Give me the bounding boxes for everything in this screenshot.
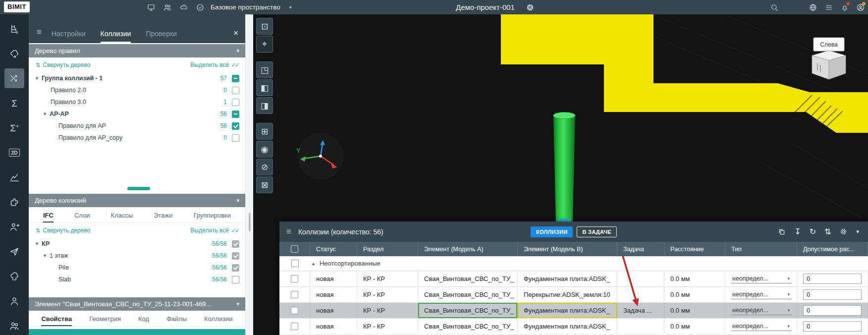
column-header-element-b[interactable]: Элемент (Модель B) — [518, 242, 617, 256]
type-select[interactable]: неопредел...▾ — [731, 322, 792, 331]
row-checkbox[interactable] — [291, 307, 298, 314]
tab-checks[interactable]: Проверки — [146, 30, 176, 43]
splitter-handle[interactable] — [249, 213, 251, 231]
globe-icon[interactable] — [809, 3, 817, 12]
expander-icon[interactable]: ▼ — [35, 241, 42, 246]
type-select[interactable]: неопредел...▾ — [731, 290, 792, 299]
half-section-icon[interactable]: ◨ — [256, 97, 273, 114]
group-checkbox[interactable] — [291, 260, 299, 267]
row-checkbox[interactable] — [291, 291, 298, 298]
clip-plane-icon[interactable]: ◳ — [256, 61, 273, 78]
isolate-box-icon[interactable]: ⊞ — [256, 123, 273, 140]
tree-row-checkbox[interactable] — [232, 75, 239, 82]
user-group-icon[interactable] — [4, 316, 24, 335]
cloud-sync-icon[interactable] — [4, 44, 24, 63]
collision-row-selected[interactable]: новая КР - КР Свая_Винтовая_СВС_по_ТУ_ Ф… — [279, 303, 868, 319]
select-all-link[interactable]: Выделить всё✓✓ — [190, 61, 238, 68]
model-tree-icon[interactable] — [4, 19, 24, 39]
column-header-task[interactable]: Задача — [617, 242, 664, 256]
panel-splitter[interactable] — [245, 14, 253, 335]
horizontal-scrollbar[interactable] — [127, 187, 150, 190]
user-avatar-icon[interactable] — [856, 3, 865, 12]
cell-task[interactable] — [617, 271, 664, 286]
user-add-icon[interactable] — [4, 217, 24, 237]
tree-row[interactable]: Правило для АР_copy 0 — [29, 132, 245, 144]
tree-row[interactable]: Правило 3.0 1 — [29, 96, 245, 108]
collision-row[interactable]: новая КР - КР Свая_Винтовая_СВС_по_ТУ_ Ф… — [279, 319, 868, 335]
search-icon[interactable] — [770, 3, 779, 12]
collapse-group-icon[interactable]: ▲ — [311, 261, 316, 266]
notifications-icon[interactable] — [840, 3, 849, 12]
tab-geometry[interactable]: Геометрия — [89, 315, 121, 326]
column-header-distance[interactable]: Расстояние — [664, 242, 725, 256]
collision-tree-header[interactable]: Дерево коллизий ▾ — [29, 194, 245, 207]
allowed-distance-input[interactable]: 0 — [803, 274, 862, 284]
select-all-link[interactable]: Выделить всё✓✓ — [190, 227, 238, 234]
tab-groupings[interactable]: Группировки — [193, 212, 231, 223]
tab-settings[interactable]: Настройки — [52, 30, 86, 43]
collisions-toggle-button[interactable]: КОЛЛИЗИИ — [531, 226, 573, 237]
tree-row[interactable]: Правило для АР 56 — [29, 120, 245, 132]
cloud-help-icon[interactable]: ? — [179, 3, 188, 12]
tree-row-checkbox[interactable] — [232, 99, 239, 106]
column-header-element-a[interactable]: Элемент (Модель A) — [418, 242, 518, 256]
menu-list-icon[interactable] — [824, 3, 833, 12]
collapse-tree-link[interactable]: ⇅Свернуть дерево — [36, 61, 90, 68]
monitor-icon[interactable] — [147, 3, 156, 12]
row-checkbox[interactable] — [291, 323, 298, 330]
export-icon[interactable]: ↧ — [794, 228, 801, 236]
tab-collisions[interactable]: Коллизии — [101, 30, 131, 43]
collision-row[interactable]: новая КР - КР Свая_Винтовая_СВС_по_ТУ_ П… — [279, 287, 868, 303]
allowed-distance-input[interactable]: 0 — [803, 289, 862, 300]
expander-icon[interactable]: ▼ — [43, 112, 50, 116]
tab-classes[interactable]: Классы — [110, 212, 133, 223]
cell-task[interactable]: Задача ... — [617, 303, 664, 318]
expander-icon[interactable]: ▼ — [35, 76, 42, 81]
cell-task[interactable] — [617, 319, 664, 334]
tree-row-checkbox[interactable] — [232, 240, 239, 248]
tree-row[interactable]: Slab 56/56 — [29, 274, 245, 285]
select-all-checkbox[interactable] — [291, 245, 298, 253]
expander-icon[interactable]: ▼ — [43, 253, 50, 258]
sort-icon[interactable]: ⇅ — [824, 228, 831, 236]
tree-row[interactable]: ▼ 1 этаж 56/56 — [29, 250, 245, 262]
focus-selection-icon[interactable]: ⌖ — [256, 36, 273, 53]
show-all-icon[interactable]: ◉ — [256, 141, 273, 158]
column-header-type[interactable]: Тип — [725, 242, 797, 256]
tab-layers[interactable]: Слои — [74, 212, 90, 223]
tab-floors[interactable]: Этажи — [154, 212, 172, 223]
send-icon[interactable] — [4, 242, 24, 262]
group-row[interactable]: ▲Неотсортированные — [279, 256, 868, 271]
tree-row-checkbox[interactable] — [232, 87, 239, 94]
tab-ifc[interactable]: IFC — [43, 212, 54, 223]
2d-view-icon[interactable]: 2D — [4, 143, 24, 163]
tree-row-checkbox[interactable] — [232, 134, 239, 142]
user-icon[interactable] — [4, 291, 24, 311]
tree-row[interactable]: ▼ Группа коллизий - 1 57 — [29, 72, 245, 84]
tab-code[interactable]: Код — [138, 315, 149, 326]
sum-icon[interactable]: Σ — [4, 93, 24, 113]
workspace-selector[interactable]: Базовое пространство ▾ — [211, 0, 292, 14]
clash-detection-icon[interactable] — [4, 68, 24, 88]
cell-task[interactable] — [617, 287, 664, 302]
collapse-panel-icon[interactable]: ▾ — [856, 229, 859, 234]
cloud-storage-icon[interactable] — [4, 267, 24, 286]
sum-plus-icon[interactable]: Σ+ — [4, 118, 24, 138]
refresh-icon[interactable]: ↻ — [810, 228, 816, 236]
tab-properties[interactable]: Свойства — [41, 315, 72, 326]
tree-row[interactable]: ▼ КР 56/56 — [29, 238, 245, 250]
collapse-tree-link[interactable]: ⇅Свернуть дерево — [36, 227, 90, 234]
analytics-icon[interactable] — [4, 168, 24, 187]
tab-element-collisions[interactable]: Коллизии — [204, 315, 232, 326]
column-header-status[interactable]: Статус — [310, 242, 357, 256]
tree-row-checkbox[interactable] — [232, 264, 239, 272]
column-header-allowed[interactable]: Допустимое рас... — [797, 242, 868, 256]
type-select[interactable]: неопредел...▾ — [731, 274, 792, 283]
allowed-distance-input[interactable]: 0 — [803, 321, 862, 332]
hide-selected-icon[interactable]: ⊘ — [256, 159, 273, 175]
settings-icon[interactable] — [839, 227, 848, 236]
tree-row-checkbox[interactable] — [232, 252, 239, 260]
tree-row-checkbox[interactable] — [232, 111, 239, 118]
row-checkbox[interactable] — [291, 275, 298, 282]
tree-row-checkbox[interactable] — [232, 276, 239, 283]
